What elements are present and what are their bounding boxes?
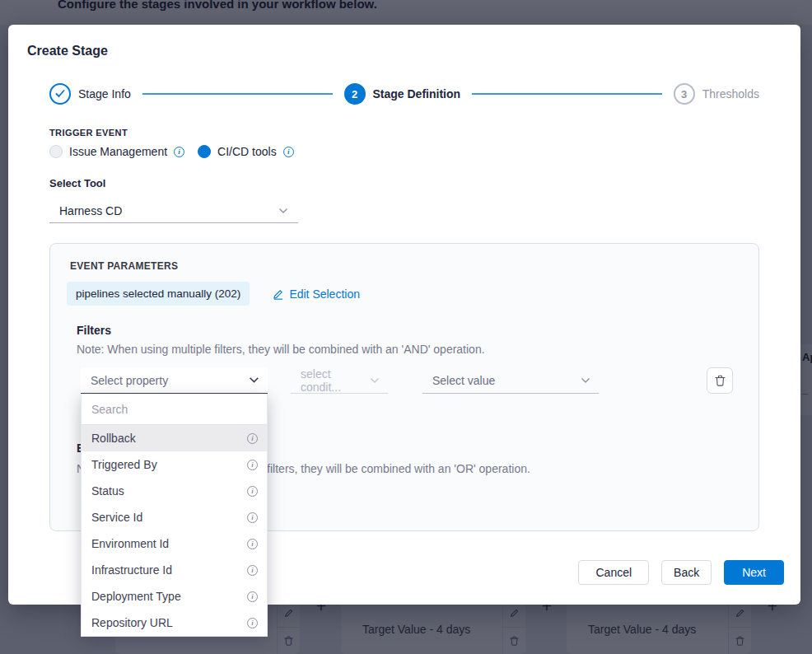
condition-select[interactable]: select condit... (291, 367, 388, 394)
menu-item-status[interactable]: Status i (82, 478, 267, 504)
search-input[interactable] (91, 403, 257, 416)
stepper: Stage Info 2 Stage Definition 3 Threshol… (49, 83, 759, 105)
menu-item-label: Deployment Type (91, 590, 181, 603)
property-select-wrap: Select property Rollback i Triggered By … (81, 367, 268, 394)
menu-item-environment-id[interactable]: Environment Id i (82, 530, 267, 557)
next-button[interactable]: Next (724, 560, 784, 585)
event-parameters-panel: EVENT PARAMETERS pipelines selected manu… (49, 243, 759, 531)
info-icon[interactable]: i (247, 565, 258, 576)
step-stage-info[interactable]: Stage Info (49, 83, 131, 105)
trash-icon (715, 375, 726, 386)
select-tool-label: Select Tool (49, 177, 800, 189)
menu-item-repository-url[interactable]: Repository URL i (82, 610, 267, 636)
step-number: 2 (344, 83, 366, 105)
menu-item-label: Environment Id (91, 537, 169, 550)
step-stage-definition[interactable]: 2 Stage Definition (344, 83, 461, 105)
radio-icon[interactable] (198, 145, 211, 158)
modal-title: Create Stage (27, 44, 800, 58)
menu-item-service-id[interactable]: Service Id i (82, 504, 267, 530)
property-select[interactable]: Select property (81, 367, 268, 394)
trigger-event-options: Issue Management i CI/CD tools i (49, 145, 800, 158)
menu-item-rollback[interactable]: Rollback i (82, 425, 267, 451)
delete-filter-button[interactable] (707, 367, 733, 394)
info-icon[interactable]: i (174, 147, 184, 157)
value-select-placeholder: Select value (432, 374, 495, 387)
radio-cicd-tools[interactable]: CI/CD tools i (198, 145, 294, 158)
tool-select-dropdown[interactable]: Harness CD (49, 199, 298, 223)
menu-item-label: Triggered By (91, 458, 157, 471)
step-number: 3 (674, 83, 695, 105)
pencil-icon (273, 288, 284, 300)
menu-item-deployment-type[interactable]: Deployment Type i (82, 583, 267, 610)
menu-item-triggered-by[interactable]: Triggered By i (82, 451, 267, 478)
info-icon[interactable]: i (247, 433, 258, 444)
cancel-button[interactable]: Cancel (578, 560, 649, 585)
condition-select-placeholder: select condit... (301, 367, 370, 394)
radio-issue-management[interactable]: Issue Management i (49, 145, 184, 158)
stepper-connector (142, 93, 333, 95)
edit-selection-link[interactable]: Edit Selection (273, 287, 360, 301)
step-label: Stage Info (78, 87, 131, 100)
pipeline-selection-row: pipelines selected manually (202) Edit S… (67, 282, 758, 306)
info-icon[interactable]: i (247, 618, 258, 628)
chevron-down-icon (278, 208, 288, 214)
value-select[interactable]: Select value (422, 367, 599, 394)
dropdown-search (82, 394, 267, 425)
radio-label: Issue Management (69, 145, 167, 158)
info-icon[interactable]: i (247, 591, 258, 602)
chevron-down-icon (249, 376, 259, 384)
info-icon[interactable]: i (247, 512, 258, 523)
tool-select-value: Harness CD (59, 204, 122, 217)
step-label: Stage Definition (373, 87, 461, 100)
radio-icon[interactable] (49, 145, 63, 158)
radio-label: CI/CD tools (217, 145, 277, 158)
step-thresholds[interactable]: 3 Thresholds (674, 83, 759, 105)
step-label: Thresholds (702, 87, 759, 100)
chevron-down-icon (370, 377, 380, 384)
info-icon[interactable]: i (283, 147, 294, 157)
edit-selection-label: Edit Selection (289, 287, 360, 301)
info-icon[interactable]: i (247, 460, 258, 470)
stepper-connector (472, 93, 662, 95)
filters-title: Filters (77, 324, 758, 337)
menu-item-label: Service Id (91, 511, 142, 524)
property-select-placeholder: Select property (91, 374, 168, 387)
menu-item-label: Rollback (91, 432, 136, 445)
modal-footer: Cancel Back Next (578, 560, 784, 585)
back-button[interactable]: Back (661, 560, 712, 585)
trigger-event-label: TRIGGER EVENT (49, 128, 800, 138)
filter-row: Select property Rollback i Triggered By … (81, 367, 733, 394)
filters-note: Note: When using multiple filters, they … (77, 343, 758, 356)
menu-item-infrastructure-id[interactable]: Infrastructure Id i (82, 557, 267, 583)
menu-item-label: Infrastructure Id (91, 563, 172, 577)
create-stage-modal: Create Stage Stage Info 2 Stage Definiti… (8, 25, 800, 605)
menu-item-label: Repository URL (91, 616, 173, 629)
check-icon (49, 83, 71, 105)
selection-badge: pipelines selected manually (202) (67, 282, 250, 306)
info-icon[interactable]: i (247, 486, 258, 497)
event-parameters-title: EVENT PARAMETERS (70, 260, 758, 272)
info-icon[interactable]: i (247, 539, 258, 549)
chevron-down-icon (581, 377, 590, 384)
menu-item-label: Status (91, 484, 124, 498)
property-dropdown-menu: Rollback i Triggered By i Status i Servi… (81, 394, 268, 637)
